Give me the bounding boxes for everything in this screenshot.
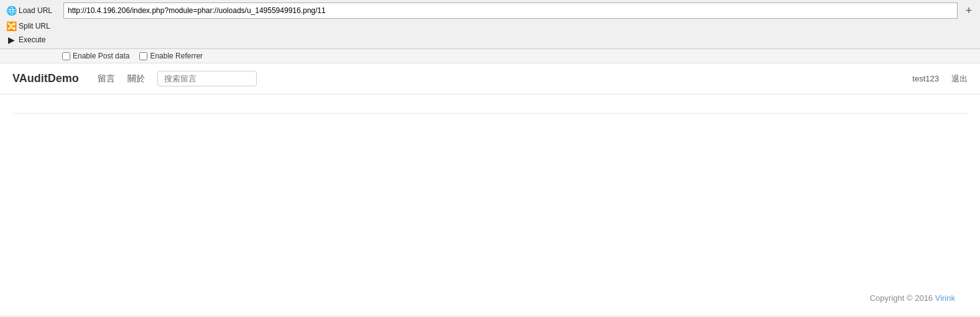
logout-button[interactable]: 退出 [951, 73, 968, 85]
enable-post-text: Enable Post data [73, 52, 129, 60]
navbar-brand: VAuditDemo [12, 72, 79, 85]
execute-row: ▶ Execute [4, 34, 976, 46]
load-url-row: 🌐 Load URL + [4, 2, 976, 19]
navbar-links: 留言 關於 [98, 73, 145, 85]
execute-button[interactable]: ▶ Execute [4, 34, 60, 46]
toolbar: 🌐 Load URL + 🔀 Split URL ▶ Execute [0, 0, 980, 49]
split-url-row: 🔀 Split URL [4, 20, 976, 32]
split-url-button[interactable]: 🔀 Split URL [4, 20, 60, 32]
url-row: + [63, 2, 976, 19]
virink-link[interactable]: Virink [935, 293, 955, 303]
url-input[interactable] [63, 2, 958, 19]
navbar-username: test123 [912, 74, 939, 83]
enable-post-label[interactable]: Enable Post data [62, 52, 129, 60]
split-url-label: Split URL [19, 22, 50, 30]
split-url-icon: 🔀 [6, 21, 16, 31]
load-url-button[interactable]: 🌐 Load URL [4, 4, 60, 17]
content-area [0, 94, 980, 281]
messages-link[interactable]: 留言 [98, 73, 115, 85]
checkboxes-row: Enable Post data Enable Referrer [0, 49, 980, 63]
load-url-icon: 🌐 [6, 6, 16, 16]
enable-referrer-label[interactable]: Enable Referrer [139, 52, 203, 60]
execute-icon: ▶ [6, 35, 16, 45]
load-url-label: Load URL [19, 6, 52, 15]
search-input[interactable] [157, 71, 257, 86]
navbar: VAuditDemo 留言 關於 test123 退出 [0, 63, 980, 94]
enable-referrer-text: Enable Referrer [150, 52, 203, 60]
copyright-text: Copyright © 2016 [870, 293, 935, 303]
footer: Copyright © 2016 Virink [0, 281, 980, 315]
content-divider [12, 113, 968, 114]
execute-label: Execute [19, 35, 45, 44]
about-link[interactable]: 關於 [127, 73, 145, 85]
add-tab-button[interactable]: + [961, 3, 976, 18]
enable-referrer-checkbox[interactable] [139, 52, 147, 60]
enable-post-checkbox[interactable] [62, 52, 70, 60]
